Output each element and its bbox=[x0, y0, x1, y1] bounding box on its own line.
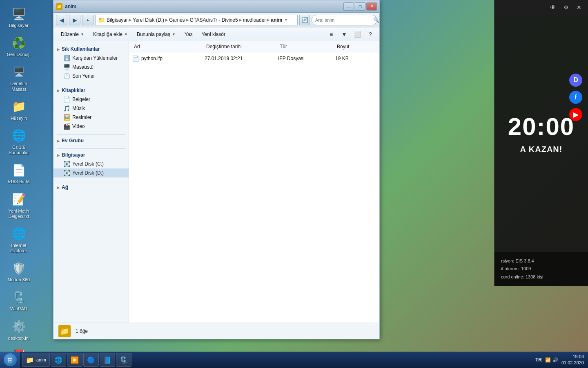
sidebar-header-ag[interactable]: ▶ Ağ bbox=[53, 183, 129, 192]
ie-icon: 🌐 bbox=[11, 226, 27, 242]
divider-3 bbox=[57, 148, 125, 149]
desktop-icon-norton[interactable]: 🛡️ Norton 360 bbox=[4, 258, 33, 284]
widget-tagline: A KAZAN! bbox=[520, 145, 563, 154]
belgeler-label: Belgeler bbox=[72, 96, 90, 102]
taskbar-tray: TR 📶 🔊 bbox=[535, 357, 558, 363]
preview-button[interactable]: ⬜ bbox=[352, 29, 363, 40]
minimize-button[interactable]: — bbox=[343, 2, 354, 11]
desktop-icon-denetim[interactable]: 🖥️ Denetim Masası bbox=[4, 62, 33, 93]
sidebar-item-masaustu[interactable]: 🖥️ Masaüstü bbox=[53, 63, 129, 72]
yaz-button[interactable]: Yaz bbox=[180, 29, 197, 40]
start-button[interactable]: ⊞ bbox=[0, 352, 20, 368]
back-button[interactable]: ◀ bbox=[56, 15, 67, 25]
col-ad[interactable]: Ad bbox=[132, 43, 205, 50]
forward-button[interactable]: ▶ bbox=[69, 15, 80, 25]
desktop-icon-5183[interactable]: 📄 5183-Bir M bbox=[4, 160, 33, 186]
sidebar-item-resimler[interactable]: 🖼️ Resimler bbox=[53, 113, 129, 122]
breadcrumb-games[interactable]: Games bbox=[169, 17, 185, 23]
video-icon: 🎬 bbox=[63, 123, 70, 130]
winrar-label: WinRAR bbox=[10, 306, 27, 312]
sidebar-item-karsidan[interactable]: ⬇️ Karşıdan Yüklemeler bbox=[53, 54, 129, 63]
yeni-klasor-button[interactable]: Yeni klasör bbox=[198, 29, 229, 40]
sidebar-section-ev: ▶ Ev Grubu bbox=[53, 136, 129, 145]
view-button[interactable]: ≡ bbox=[325, 29, 337, 40]
sidebar-header-ev[interactable]: ▶ Ev Grubu bbox=[53, 136, 129, 145]
search-bar[interactable]: 🔍 bbox=[312, 15, 377, 25]
kitapliga-ekle-button[interactable]: Kitaplığa ekle ▼ bbox=[89, 29, 132, 40]
desktop-icon-husseyin[interactable]: 📁 Hüseyin bbox=[4, 97, 33, 123]
desktop-icon-yeni-metin[interactable]: 📝 Yeni Metin Belgesi.txt bbox=[4, 190, 33, 221]
taskbar-item-explorer[interactable]: 📁 anim bbox=[22, 353, 50, 367]
taskbar-item-word[interactable]: 📘 bbox=[100, 353, 115, 367]
window-controls: — □ ✕ bbox=[343, 2, 377, 11]
col-size[interactable]: Boyut bbox=[335, 43, 376, 50]
file-items: 📄 python.ifp 27.01.2019 02:21 IFP Dosyas… bbox=[129, 52, 379, 323]
breadcrumb-modloader[interactable]: modloader bbox=[243, 17, 266, 23]
masaustu-label: Masaüstü bbox=[72, 64, 94, 70]
widget-settings-button[interactable]: ⚙ bbox=[562, 3, 570, 11]
duzenle-button[interactable]: Düzenle ▼ bbox=[57, 29, 88, 40]
sidebar-item-disk-d[interactable]: 💽 Yerel Disk (D:) bbox=[53, 168, 129, 177]
search-input[interactable] bbox=[315, 18, 372, 22]
taskbar-language[interactable]: TR bbox=[535, 357, 542, 363]
maximize-button[interactable]: □ bbox=[355, 2, 365, 11]
taskbar-item-ie[interactable]: 🌐 bbox=[51, 353, 66, 367]
desktop-icon-desktop-ini1[interactable]: ⚙️ desktop.ini bbox=[4, 317, 33, 343]
breadcrumb-yerel-disk[interactable]: Yerel Disk (D:) bbox=[133, 17, 164, 23]
sidebar-section-ag: ▶ Ağ bbox=[53, 183, 129, 192]
widget-close-button[interactable]: ✕ bbox=[575, 3, 583, 11]
bilgisayar-label: Bilgisayar bbox=[9, 23, 29, 28]
refresh-button[interactable]: 🔄 bbox=[299, 15, 310, 25]
widget-time: 20:00 bbox=[508, 112, 575, 141]
breadcrumb-anim[interactable]: anim bbox=[271, 17, 282, 23]
sidebar-item-muzik[interactable]: 🎵 Müzik bbox=[53, 104, 129, 113]
widget-eye-button[interactable]: 👁 bbox=[549, 3, 557, 11]
denetim-label: Denetim Masası bbox=[6, 81, 32, 92]
up-button[interactable]: ▲ bbox=[82, 15, 94, 25]
taskbar-item-media[interactable]: ▶️ bbox=[67, 353, 82, 367]
norton-icon: 🛡️ bbox=[11, 260, 27, 276]
bununla-paylas-button[interactable]: Bununla paylaş ▼ bbox=[133, 29, 180, 40]
taskbar-item-winrar[interactable]: 🗜️ bbox=[116, 353, 131, 367]
view-dropdown-button[interactable]: ▼ bbox=[339, 29, 350, 40]
taskbar-item-chrome[interactable]: 🔵 bbox=[83, 353, 99, 367]
desktop-icon-winrar[interactable]: 🗜️ WinRAR bbox=[4, 287, 33, 313]
main-content: ▶ Sık Kullanılanlar ⬇️ Karşıdan Yüklemel… bbox=[53, 41, 379, 323]
discord-button[interactable]: D bbox=[569, 74, 582, 87]
muzik-icon: 🎵 bbox=[63, 105, 70, 112]
sidebar-header-kitaplik[interactable]: ▶ Kitaplıklar bbox=[53, 86, 129, 95]
file-row-python[interactable]: 📄 python.ifp 27.01.2019 02:21 IFP Dosyas… bbox=[129, 54, 379, 63]
desktop-icon-cs16[interactable]: 🌐 Cs 1.6 Sunucular bbox=[4, 126, 33, 157]
col-type[interactable]: Tür bbox=[278, 43, 335, 50]
widget-online: cord online: 1308 kişi bbox=[501, 273, 581, 281]
denetim-icon: 🖥️ bbox=[11, 64, 27, 80]
kitapliga-dropdown-icon: ▼ bbox=[124, 32, 128, 36]
cs16-icon: 🌐 bbox=[11, 128, 27, 144]
sidebar-header-bilgisayar[interactable]: ▶ Bilgisayar bbox=[53, 150, 129, 159]
desktop-icon-geri-donusum[interactable]: ♻️ Geri Dönüş. bbox=[4, 33, 33, 59]
sidebar-header-sik[interactable]: ▶ Sık Kullanılanlar bbox=[53, 45, 129, 54]
title-bar-left: 📁 anim bbox=[56, 3, 76, 10]
close-button[interactable]: ✕ bbox=[366, 2, 377, 11]
youtube-button[interactable]: ▶ bbox=[569, 108, 582, 121]
desktop-icon-bilgisayar[interactable]: 🖥️ Bilgisayar bbox=[4, 4, 33, 30]
facebook-button[interactable]: f bbox=[569, 91, 582, 104]
help-button[interactable]: ? bbox=[365, 29, 376, 40]
breadcrumb-gta[interactable]: GTASAdrsTr - Divine5 bbox=[190, 17, 238, 23]
col-date[interactable]: Değiştirme tarihi bbox=[205, 43, 278, 50]
address-bar[interactable]: 📁 Bilgisayar ▶ Yerel Disk (D:) ▶ Games ▶… bbox=[95, 15, 298, 25]
taskbar: ⊞ 📁 anim 🌐 ▶️ 🔵 📘 🗜️ bbox=[0, 352, 588, 368]
sidebar-item-belgeler[interactable]: 📄 Belgeler bbox=[53, 95, 129, 104]
sidebar-item-disk-c[interactable]: 💽 Yerel Disk (C:) bbox=[53, 159, 129, 168]
taskbar-network-icon: 📶 bbox=[545, 357, 551, 363]
breadcrumb-bilgisayar[interactable]: Bilgisayar bbox=[107, 17, 128, 23]
sidebar-item-video[interactable]: 🎬 Video bbox=[53, 122, 129, 131]
cs16-label: Cs 1.6 Sunucular bbox=[6, 145, 32, 155]
taskbar-word-icon: 📘 bbox=[103, 356, 111, 364]
sidebar-item-son-yerler[interactable]: 🕐 Son Yerler bbox=[53, 72, 129, 81]
desktop-icon-ie[interactable]: 🌐 Internet Explorer bbox=[4, 224, 33, 255]
toolbar-right: ≡ ▼ ⬜ ? bbox=[325, 29, 376, 40]
taskbar-clock[interactable]: 19:04 01.02.2020 bbox=[561, 354, 584, 366]
social-icons-container: D f ▶ bbox=[569, 74, 582, 121]
dropdown-arrow[interactable]: ▼ bbox=[284, 18, 288, 22]
